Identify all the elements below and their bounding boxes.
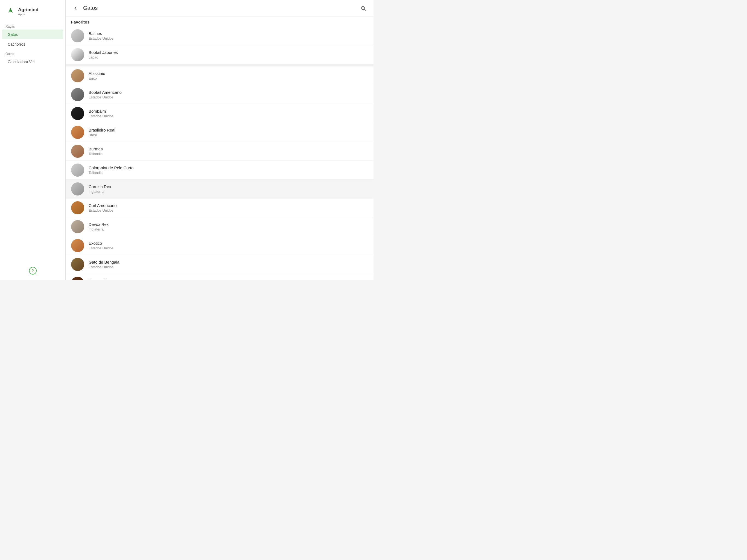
item-name: Bobtail Americano — [88, 90, 368, 95]
avatar — [71, 239, 84, 252]
list-item[interactable]: Bombaim Estados Unidos — [66, 104, 374, 123]
item-origin: Inglaterra — [88, 227, 368, 232]
back-arrow-icon — [73, 5, 78, 11]
list-item[interactable]: Exótico Estados Unidos — [66, 236, 374, 255]
item-name: Curl Americano — [88, 203, 368, 208]
item-text: Balines Estados Unidos — [88, 31, 368, 41]
list-item[interactable]: Havana Marrom Inglaterra — [66, 274, 374, 280]
avatar — [71, 277, 84, 280]
item-text: Cornish Rex Inglaterra — [88, 184, 368, 194]
help-button[interactable]: ? — [29, 267, 36, 275]
item-origin: Estados Unidos — [88, 265, 368, 270]
item-name: Havana Marrom — [88, 278, 368, 280]
sidebar-help: ? — [0, 261, 66, 280]
item-origin: Tailandia — [88, 152, 368, 156]
search-button[interactable] — [358, 3, 368, 13]
item-origin: Estados Unidos — [88, 95, 368, 100]
item-origin: Estados Unidos — [88, 246, 368, 251]
item-text: Devox Rex Inglaterra — [88, 222, 368, 232]
avatar — [71, 69, 84, 82]
sidebar-section-outros: Outros — [0, 49, 66, 57]
app-logo: Agrimind Apps — [0, 4, 66, 22]
avatar — [71, 48, 84, 61]
breed-list: Favoritos Balines Estados Unidos Bobtail… — [66, 17, 374, 280]
sidebar-calculadora-label: Calculadora Vet — [8, 59, 35, 64]
item-name: Colorpoint de Pelo Curto — [88, 165, 368, 171]
list-item[interactable]: Curl Americano Estados Unidos — [66, 199, 374, 218]
item-text: Havana Marrom Inglaterra — [88, 278, 368, 280]
list-item[interactable]: Gato de Bengala Estados Unidos — [66, 255, 374, 274]
topbar: Gatos — [66, 0, 374, 17]
item-origin: Egito — [88, 76, 368, 81]
sidebar-cachorros-label: Cachorros — [8, 42, 25, 47]
item-text: Brasileiro Real Brasil — [88, 127, 368, 137]
list-item[interactable]: Colorpoint de Pelo Curto Tailandia — [66, 161, 374, 180]
sidebar-item-cachorros[interactable]: Cachorros — [2, 40, 63, 49]
list-item[interactable]: Brasileiro Real Brasil — [66, 123, 374, 142]
item-name: Brasileiro Real — [88, 127, 368, 133]
sidebar: Agrimind Apps Raças Gatos Cachorros Outr… — [0, 0, 66, 280]
item-name: Devox Rex — [88, 222, 368, 227]
list-item[interactable]: Balines Estados Unidos — [66, 27, 374, 45]
avatar — [71, 182, 84, 196]
avatar — [71, 88, 84, 101]
item-origin: Estados Unidos — [88, 114, 368, 119]
search-icon — [360, 5, 366, 11]
main-content: Gatos Favoritos Balines Estados Unidos B… — [66, 0, 374, 280]
page-title: Gatos — [83, 5, 358, 11]
list-item[interactable]: Bobtail Japones Japão — [66, 45, 374, 64]
item-origin: Brasil — [88, 133, 368, 137]
item-name: Cornish Rex — [88, 184, 368, 189]
sidebar-item-gatos-active[interactable]: Gatos — [2, 29, 63, 40]
item-text: Gato de Bengala Estados Unidos — [88, 259, 368, 270]
list-item[interactable]: Bobtail Americano Estados Unidos — [66, 85, 374, 104]
avatar — [71, 29, 84, 42]
item-text: Bobtail Americano Estados Unidos — [88, 90, 368, 100]
avatar — [71, 201, 84, 214]
avatar — [71, 126, 84, 139]
avatar — [71, 163, 84, 177]
sidebar-item-calculadora[interactable]: Calculadora Vet — [2, 57, 63, 67]
item-text: Abissínio Egito — [88, 71, 368, 81]
avatar — [71, 145, 84, 158]
item-origin: Japão — [88, 55, 368, 60]
list-item-cornish-rex[interactable]: Cornish Rex Inglaterra — [66, 180, 374, 199]
item-text: Bombaim Estados Unidos — [88, 108, 368, 119]
logo-title: Agrimind — [18, 7, 38, 12]
sidebar-section-racas: Raças — [0, 22, 66, 29]
item-name: Gato de Bengala — [88, 259, 368, 265]
item-name: Balines — [88, 31, 368, 36]
item-origin: Tailandia — [88, 171, 368, 175]
list-item[interactable]: Burmes Tailandia — [66, 142, 374, 161]
item-name: Exótico — [88, 240, 368, 246]
item-text: Exótico Estados Unidos — [88, 240, 368, 251]
item-text: Curl Americano Estados Unidos — [88, 203, 368, 213]
item-origin: Estados Unidos — [88, 36, 368, 41]
item-name: Burmes — [88, 146, 368, 152]
svg-line-1 — [364, 9, 366, 10]
item-text: Bobtail Japones Japão — [88, 50, 368, 60]
item-name: Abissínio — [88, 71, 368, 76]
item-origin: Estados Unidos — [88, 208, 368, 213]
item-text: Burmes Tailandia — [88, 146, 368, 156]
avatar — [71, 220, 84, 233]
sidebar-gatos-active-label: Gatos — [8, 32, 18, 36]
item-name: Bobtail Japones — [88, 50, 368, 55]
logo-subtitle: Apps — [18, 12, 38, 16]
logo-text: Agrimind Apps — [18, 7, 38, 16]
list-divider — [66, 64, 374, 67]
item-name: Bombaim — [88, 108, 368, 114]
avatar — [71, 258, 84, 271]
favorites-header: Favoritos — [66, 17, 374, 27]
item-origin: Inglaterra — [88, 189, 368, 194]
avatar — [71, 107, 84, 120]
back-button[interactable] — [71, 4, 80, 12]
list-item[interactable]: Devox Rex Inglaterra — [66, 218, 374, 236]
item-text: Colorpoint de Pelo Curto Tailandia — [88, 165, 368, 175]
agrimind-logo-icon — [5, 6, 15, 17]
list-item[interactable]: Abissínio Egito — [66, 67, 374, 85]
